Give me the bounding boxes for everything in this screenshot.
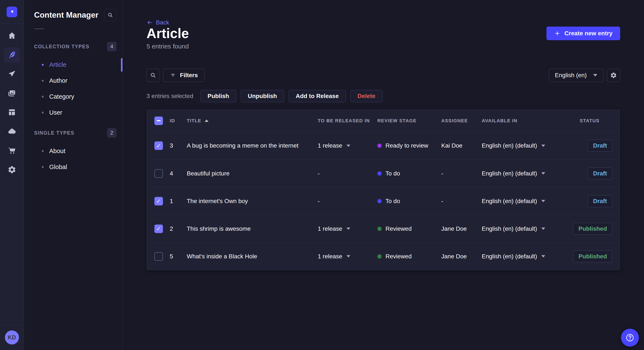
sidebar-item-user[interactable]: User — [24, 105, 122, 121]
sidebar-item-label: Category — [49, 93, 74, 100]
row-id: 2 — [170, 225, 187, 232]
create-new-entry-button[interactable]: Create new entry — [546, 26, 620, 40]
row-released-in: - — [318, 198, 320, 204]
search-icon — [150, 72, 156, 79]
sidebar-item-about[interactable]: About — [24, 143, 122, 159]
available-chevron-down-icon[interactable] — [541, 145, 545, 147]
main-nav-rail: KD — [0, 0, 24, 350]
row-id: 4 — [170, 170, 187, 177]
content-manager-sidebar: Content Manager COLLECTION TYPES 4 Artic… — [24, 0, 123, 350]
sidebar-item-article[interactable]: Article — [24, 57, 122, 73]
media-library-icon[interactable] — [4, 85, 20, 101]
entries-table: ID TITLE TO BE RELEASED IN REVIEW STAGE … — [146, 110, 620, 270]
main-content: Back Article Create new entry 5 entries … — [123, 0, 644, 350]
cloud-icon[interactable] — [4, 124, 20, 139]
table-row[interactable]: 5 What's inside a Black Hole 1 release R… — [147, 242, 620, 270]
sidebar-item-label: About — [49, 148, 66, 155]
status-badge: Draft — [588, 168, 612, 179]
search-button[interactable] — [146, 69, 160, 82]
table-row[interactable]: 4 Beautiful picture - To do - English (e… — [147, 160, 620, 187]
publish-button[interactable]: Publish — [200, 90, 236, 102]
release-chevron-down-icon[interactable] — [346, 255, 350, 257]
header-available-in: AVAILABLE IN — [482, 118, 565, 124]
stage-dot-icon — [377, 254, 382, 259]
view-settings-button[interactable] — [607, 69, 620, 82]
available-chevron-down-icon[interactable] — [541, 200, 545, 202]
sidebar-item-label: Article — [49, 61, 66, 68]
row-available-in: English (en) (default) — [482, 225, 537, 232]
user-avatar[interactable]: KD — [5, 331, 19, 345]
section-count-badge: 4 — [107, 42, 116, 51]
header-to-be-released-in: TO BE RELEASED IN — [318, 118, 377, 124]
header-title[interactable]: TITLE — [187, 118, 318, 124]
sidebar-item-label: User — [49, 109, 62, 116]
selection-count: 3 entries selected — [146, 93, 193, 100]
row-checkbox[interactable] — [154, 197, 163, 205]
strapi-logo-icon[interactable] — [6, 6, 17, 17]
page-title: Article — [146, 26, 189, 40]
stage-dot-icon — [377, 172, 382, 176]
gear-icon[interactable] — [4, 162, 20, 177]
filters-button[interactable]: Filters — [163, 69, 204, 82]
sidebar-search-button[interactable] — [104, 9, 116, 21]
sidebar-item-global[interactable]: Global — [24, 159, 122, 175]
home-icon[interactable] — [4, 28, 20, 43]
plus-icon — [554, 30, 560, 37]
header-id: ID — [170, 118, 187, 124]
sidebar-item-author[interactable]: Author — [24, 73, 122, 89]
rail-nav-items — [4, 24, 20, 326]
unpublish-button[interactable]: Unpublish — [241, 90, 284, 102]
row-released-in: 1 release — [318, 225, 342, 232]
row-checkbox[interactable] — [154, 141, 163, 150]
feather-icon[interactable] — [4, 47, 20, 62]
paper-plane-icon[interactable] — [4, 66, 20, 82]
add-to-release-button[interactable]: Add to Release — [288, 90, 346, 102]
table-row[interactable]: 1 The internet's Own boy - To do - Engli… — [147, 187, 620, 215]
row-title: What's inside a Black Hole — [187, 253, 318, 260]
sort-ascending-icon — [205, 120, 208, 122]
row-checkbox[interactable] — [154, 169, 163, 178]
delete-button[interactable]: Delete — [350, 90, 382, 102]
select-all-checkbox[interactable] — [154, 117, 163, 125]
cart-icon[interactable] — [4, 143, 20, 158]
row-available-in: English (en) (default) — [482, 253, 537, 260]
section-count-badge: 2 — [107, 128, 116, 138]
table-header-row: ID TITLE TO BE RELEASED IN REVIEW STAGE … — [147, 110, 620, 132]
chevron-down-icon — [593, 74, 597, 77]
row-released-in: - — [318, 170, 320, 177]
row-assignee: Kai Doe — [441, 142, 482, 149]
title-divider — [34, 28, 44, 29]
locale-select[interactable]: English (en) — [549, 69, 604, 82]
row-assignee: - — [441, 170, 482, 177]
row-review-stage: Ready to review — [386, 142, 428, 149]
row-available-in: English (en) (default) — [482, 142, 537, 149]
row-review-stage: Reviewed — [386, 225, 412, 232]
layout-icon[interactable] — [4, 105, 20, 120]
row-checkbox[interactable] — [154, 252, 163, 261]
sidebar-item-category[interactable]: Category — [24, 89, 122, 105]
status-badge: Published — [573, 223, 612, 235]
row-id: 1 — [170, 198, 187, 204]
row-assignee: Jane Doe — [441, 253, 482, 260]
status-badge: Published — [573, 250, 612, 262]
bullet-icon — [42, 166, 44, 168]
table-row[interactable]: 2 This shrimp is awesome 1 release Revie… — [147, 215, 620, 242]
section-label: SINGLE TYPES — [34, 130, 74, 136]
release-chevron-down-icon[interactable] — [346, 227, 350, 230]
available-chevron-down-icon[interactable] — [541, 255, 545, 257]
row-released-in: 1 release — [318, 253, 342, 260]
row-title: The internet's Own boy — [187, 198, 318, 204]
search-icon — [107, 12, 114, 18]
stage-dot-icon — [377, 199, 382, 203]
collection-types-section: COLLECTION TYPES 4 Article Author Catego… — [24, 42, 122, 121]
stage-dot-icon — [377, 144, 382, 148]
row-checkbox[interactable] — [154, 224, 163, 233]
bullet-icon — [42, 80, 44, 82]
help-button[interactable] — [621, 329, 639, 347]
table-row[interactable]: 3 A bug is becoming a meme on the intern… — [147, 132, 620, 160]
available-chevron-down-icon[interactable] — [541, 227, 545, 230]
available-chevron-down-icon[interactable] — [541, 172, 545, 175]
back-link[interactable]: Back — [146, 19, 169, 26]
question-mark-icon — [625, 333, 635, 343]
release-chevron-down-icon[interactable] — [346, 145, 350, 147]
